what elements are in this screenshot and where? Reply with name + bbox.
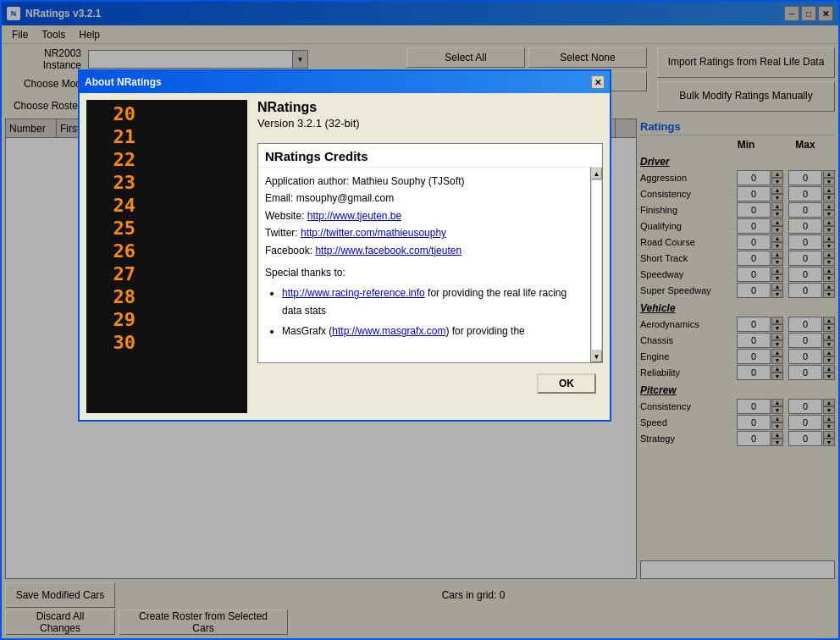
about-close-button[interactable]: ✕ (591, 75, 605, 89)
main-window: N NRatings v3.2.1 ─ □ ✕ File Tools Help … (0, 0, 840, 640)
about-body: 20 21 22 23 24 25 26 27 28 29 30 (80, 93, 610, 420)
about-app-info: NRatings Version 3.2.1 (32-bit) (257, 100, 603, 136)
ok-button[interactable]: OK (537, 373, 596, 394)
about-ok-row: OK (257, 370, 603, 400)
twitter-url[interactable]: http://twitter.com/mathieusouphy (301, 227, 446, 239)
credits-list-item-1: MasGrafx (http://www.masgrafx.com) for p… (282, 323, 583, 339)
about-app-name: NRatings (257, 100, 603, 115)
modal-overlay: About NRatings ✕ 20 21 22 23 24 25 26 27 (2, 2, 838, 638)
about-version: Version 3.2.1 (32-bit) (257, 117, 603, 130)
credits-twitter: Twitter: http://twitter.com/mathieusouph… (265, 224, 583, 241)
website-url[interactable]: http://www.tjeuten.be (307, 210, 401, 222)
credits-title: NRatings Credits (258, 144, 602, 168)
about-dialog: About NRatings ✕ 20 21 22 23 24 25 26 27 (78, 69, 611, 422)
scroll-down-btn[interactable]: ▼ (591, 350, 602, 362)
credits-author: Application author: Mathieu Souphy (TJSo… (265, 173, 583, 190)
credits-box: NRatings Credits Application author: Mat… (257, 143, 603, 363)
credits-list: http://www.racing-reference.info for pro… (265, 284, 583, 339)
twitter-label: Twitter: (265, 227, 301, 239)
masgrafx-link[interactable]: http://www.masgrafx.com (332, 325, 445, 337)
credits-special-thanks: Special thanks to: (265, 264, 583, 281)
about-title-bar: About NRatings ✕ (80, 71, 610, 93)
facebook-label: Facebook: (265, 245, 315, 257)
scroll-thumb[interactable] (592, 180, 601, 350)
credits-scrollbar[interactable]: ▲ ▼ (590, 168, 602, 362)
scoreboard: 20 21 22 23 24 25 26 27 28 29 30 (86, 100, 247, 413)
credits-email: Email: msouphy@gmail.com (265, 190, 583, 207)
about-image: 20 21 22 23 24 25 26 27 28 29 30 (86, 100, 247, 413)
credits-inner: Application author: Mathieu Souphy (TJSo… (258, 168, 590, 362)
about-title-text: About NRatings (85, 76, 591, 88)
racing-ref-link[interactable]: http://www.racing-reference.info (282, 287, 425, 299)
website-label: Website: (265, 210, 307, 222)
facebook-url[interactable]: http://www.facebook.com/tjeuten (315, 245, 461, 257)
credits-list-item-0: http://www.racing-reference.info for pro… (282, 284, 583, 319)
credits-facebook: Facebook: http://www.facebook.com/tjeute… (265, 242, 583, 259)
credits-website: Website: http://www.tjeuten.be (265, 207, 583, 224)
about-right: NRatings Version 3.2.1 (32-bit) NRatings… (257, 100, 603, 413)
scroll-up-btn[interactable]: ▲ (591, 168, 602, 179)
